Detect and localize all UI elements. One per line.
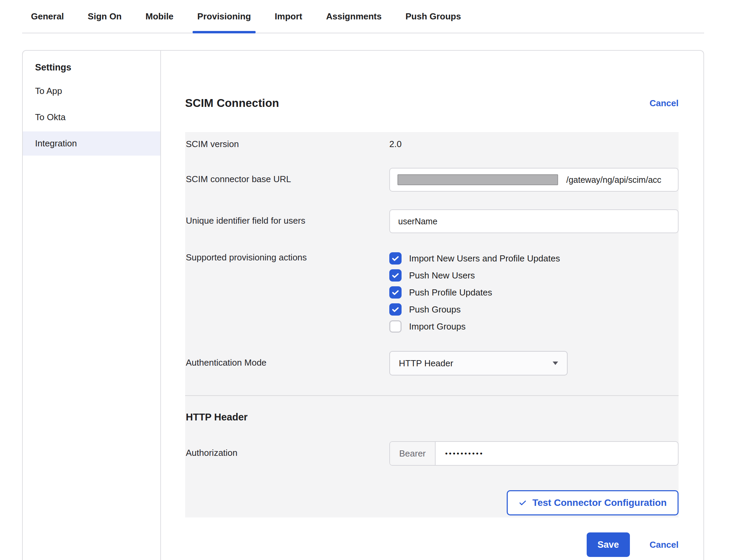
unique-identifier-value: userName <box>398 217 437 226</box>
checkbox-push-new-users[interactable] <box>389 269 402 282</box>
authorization-label: Authorization <box>185 448 389 458</box>
scim-form-panel: SCIM version 2.0 SCIM connector base URL… <box>185 132 679 517</box>
scim-version-label: SCIM version <box>185 138 389 149</box>
checkbox-row-push-groups[interactable]: Push Groups <box>389 303 679 316</box>
tab-mobile[interactable]: Mobile <box>141 11 178 33</box>
base-url-input[interactable]: /gateway/ng/api/scim/acc <box>389 168 679 192</box>
checkbox-label: Import New Users and Profile Updates <box>409 253 560 264</box>
unique-identifier-row: Unique identifier field for users userNa… <box>185 208 679 233</box>
cancel-link-top[interactable]: Cancel <box>650 98 679 109</box>
scim-connection-section: SCIM Connection Cancel SCIM version 2.0 … <box>161 51 703 560</box>
http-header-section-title: HTTP Header <box>185 412 679 423</box>
unique-identifier-input[interactable]: userName <box>389 209 679 233</box>
provisioning-card: Settings To App To Okta Integration SCIM… <box>22 50 704 560</box>
tab-sign-on[interactable]: Sign On <box>83 11 127 33</box>
tab-push-groups[interactable]: Push Groups <box>401 11 466 33</box>
form-footer: Save Cancel <box>185 532 679 557</box>
base-url-label: SCIM connector base URL <box>185 174 389 185</box>
check-icon <box>519 499 527 507</box>
settings-sidebar: Settings To App To Okta Integration <box>23 51 161 560</box>
checkbox-row-push-profile-updates[interactable]: Push Profile Updates <box>389 286 679 299</box>
authentication-mode-value: HTTP Header <box>399 358 453 369</box>
scim-version-row: SCIM version 2.0 <box>185 138 679 149</box>
checkbox-label: Push New Users <box>409 270 475 281</box>
sidebar-header: Settings <box>23 57 160 77</box>
check-icon <box>391 254 400 263</box>
test-connector-label: Test Connector Configuration <box>532 497 667 508</box>
provisioning-actions-row: Supported provisioning actions Import Ne… <box>185 251 679 333</box>
page-title: SCIM Connection <box>185 97 279 110</box>
checkbox-row-import-users[interactable]: Import New Users and Profile Updates <box>389 252 679 265</box>
authentication-mode-label: Authentication Mode <box>185 357 389 368</box>
check-icon <box>391 271 400 280</box>
authorization-token-input[interactable]: •••••••••• <box>436 442 484 465</box>
section-divider <box>185 395 679 396</box>
authorization-row: Authorization Bearer •••••••••• <box>185 440 679 466</box>
checkbox-row-push-new-users[interactable]: Push New Users <box>389 269 679 282</box>
checkbox-label: Push Profile Updates <box>409 287 492 298</box>
checkbox-import-users[interactable] <box>389 252 402 265</box>
provisioning-actions-list: Import New Users and Profile Updates Pus… <box>389 252 679 333</box>
tab-import[interactable]: Import <box>270 11 307 33</box>
save-button[interactable]: Save <box>587 532 630 557</box>
scim-version-value: 2.0 <box>389 138 679 149</box>
app-tab-bar: General Sign On Mobile Provisioning Impo… <box>22 0 704 33</box>
checkbox-label: Import Groups <box>409 321 466 332</box>
tab-general[interactable]: General <box>26 11 69 33</box>
sidebar-item-to-app[interactable]: To App <box>23 79 160 103</box>
check-icon <box>391 305 400 314</box>
section-header: SCIM Connection Cancel <box>185 97 679 110</box>
sidebar-item-to-okta[interactable]: To Okta <box>23 105 160 129</box>
checkbox-import-groups[interactable] <box>389 320 402 333</box>
test-connector-row: Test Connector Configuration <box>185 490 679 515</box>
checkbox-label: Push Groups <box>409 304 461 315</box>
bearer-prefix: Bearer <box>390 442 436 465</box>
redaction-bar <box>397 174 558 185</box>
sidebar-item-integration[interactable]: Integration <box>23 131 160 156</box>
authentication-mode-select[interactable]: HTTP Header <box>389 351 568 375</box>
checkbox-push-profile-updates[interactable] <box>389 286 402 299</box>
provisioning-actions-label: Supported provisioning actions <box>185 251 389 263</box>
authorization-input-group: Bearer •••••••••• <box>389 441 679 466</box>
check-icon <box>391 288 400 297</box>
unique-identifier-label: Unique identifier field for users <box>185 215 389 226</box>
test-connector-button[interactable]: Test Connector Configuration <box>507 490 679 515</box>
chevron-down-icon <box>553 362 558 365</box>
cancel-link-bottom[interactable]: Cancel <box>650 540 679 550</box>
tab-assignments[interactable]: Assignments <box>321 11 386 33</box>
checkbox-row-import-groups[interactable]: Import Groups <box>389 320 679 333</box>
base-url-row: SCIM connector base URL /gateway/ng/api/… <box>185 166 679 192</box>
checkbox-push-groups[interactable] <box>389 303 402 316</box>
tab-provisioning[interactable]: Provisioning <box>193 11 256 33</box>
authentication-mode-row: Authentication Mode HTTP Header <box>185 350 679 375</box>
base-url-visible-text: /gateway/ng/api/scim/acc <box>566 175 661 185</box>
